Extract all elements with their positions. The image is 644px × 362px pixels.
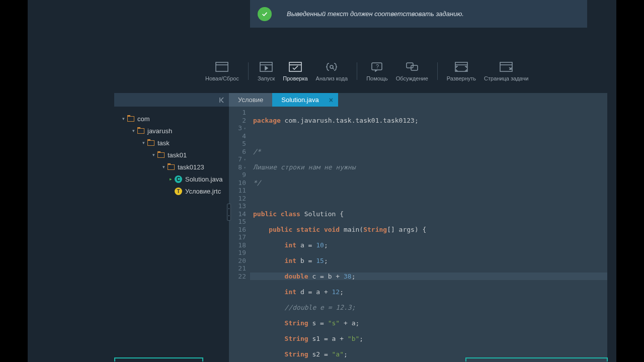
bottom-button-right[interactable]: [465, 357, 608, 361]
run-button[interactable]: Запуск: [254, 61, 279, 82]
notice-bar: Выведенный текст должен соответствовать …: [250, 0, 587, 28]
separator: [357, 62, 357, 80]
check-window-icon: [288, 61, 302, 72]
check-icon: [258, 7, 272, 21]
separator: [437, 62, 438, 80]
tree-folder-task01[interactable]: task01: [114, 149, 229, 161]
help-icon: ?: [370, 61, 384, 72]
braces-icon: [325, 61, 339, 72]
svg-rect-4: [289, 62, 301, 71]
splitter-handle[interactable]: [227, 204, 231, 221]
task-page-button[interactable]: Страница задачи: [480, 61, 532, 82]
toolbar: Новая/Сброс Запуск Проверка Анализ кода …: [201, 61, 532, 82]
code-content[interactable]: package com.javarush.task.task01.task012…: [250, 107, 607, 362]
chat-icon: [405, 61, 419, 72]
tree-folder-com[interactable]: com: [114, 113, 229, 125]
tree-folder-task[interactable]: task: [114, 137, 229, 149]
tab-condition[interactable]: Условие: [229, 93, 272, 107]
tree-folder-javarush[interactable]: javarush: [114, 125, 229, 137]
file-tree: com javarush task task01 task0123 CSolut…: [114, 107, 229, 197]
expand-button[interactable]: Развернуть: [443, 61, 480, 82]
analyze-button[interactable]: Анализ кода: [312, 61, 352, 82]
check-button[interactable]: Проверка: [279, 61, 311, 82]
window-icon: [215, 61, 229, 72]
svg-line-7: [333, 68, 334, 69]
tree-folder-task0123[interactable]: task0123: [114, 161, 229, 173]
editor-panel: Условие Solution.java× 1 2 3 4 5 6 7 8 9…: [229, 93, 607, 334]
line-gutter: 1 2 3 4 5 6 7 8 9 10 11 12 13 14 15 16 1: [229, 107, 250, 362]
code-editor[interactable]: 1 2 3 4 5 6 7 8 9 10 11 12 13 14 15 16 1: [229, 107, 607, 362]
sidebar-collapse-button[interactable]: [114, 93, 229, 107]
svg-text:?: ?: [376, 63, 379, 69]
notice-text: Выведенный текст должен соответствовать …: [287, 10, 464, 18]
tree-file-condition[interactable]: TУсловие.jrtc: [114, 185, 229, 197]
help-button[interactable]: ? Помощь: [362, 61, 392, 82]
tab-bar: Условие Solution.java×: [229, 93, 607, 107]
expand-icon: [454, 61, 468, 72]
app-frame: Выведенный текст должен соответствовать …: [28, 0, 616, 362]
play-icon: [259, 61, 273, 72]
page-icon: [499, 61, 513, 72]
svg-rect-14: [500, 62, 512, 71]
new-reset-button[interactable]: Новая/Сброс: [201, 61, 243, 82]
separator: [248, 62, 249, 80]
svg-rect-12: [455, 62, 467, 71]
discuss-button[interactable]: Обсуждение: [392, 61, 432, 82]
file-tree-panel: com javarush task task01 task0123 CSolut…: [114, 93, 229, 334]
bottom-button-left[interactable]: [114, 357, 203, 361]
ide-area: com javarush task task01 task0123 CSolut…: [114, 93, 607, 334]
svg-rect-0: [216, 62, 228, 71]
tab-solution[interactable]: Solution.java×: [272, 93, 338, 107]
close-icon[interactable]: ×: [329, 96, 333, 104]
tree-file-solution[interactable]: CSolution.java: [114, 173, 229, 185]
collapse-left-icon: [219, 97, 226, 104]
